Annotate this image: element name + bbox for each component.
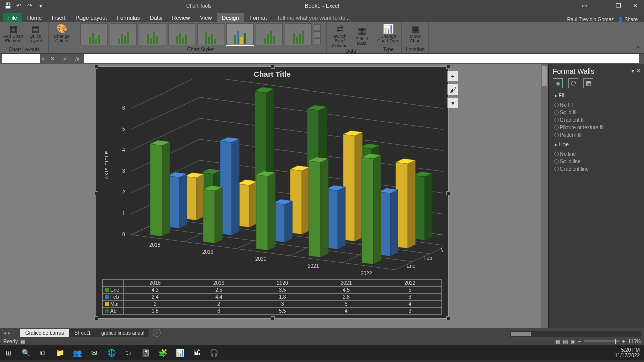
size-properties-icon[interactable]: ▦ — [583, 78, 593, 88]
app-icon[interactable]: 🧩 — [156, 346, 169, 359]
chart-elements-button[interactable]: + — [447, 71, 458, 82]
system-clock[interactable]: 5:20 PM 11/17/2022 — [615, 347, 642, 358]
file-explorer-icon[interactable]: 📁 — [53, 346, 66, 359]
tab-data[interactable]: Data — [145, 13, 167, 22]
redo-icon[interactable]: ↷ — [25, 1, 34, 10]
quick-layout-button[interactable]: ▤Quick Layout — [24, 23, 46, 44]
pattern-fill-option[interactable]: Pattern fill — [553, 131, 640, 139]
tab-format[interactable]: Format — [244, 13, 272, 22]
save-icon[interactable]: 💾 — [3, 1, 12, 10]
chart-style-7[interactable] — [256, 23, 283, 45]
name-box[interactable] — [2, 54, 40, 63]
chart-plot-area[interactable]: 0123456AXIS TITLE20182019202020212022Ene… — [101, 79, 443, 275]
select-data-button[interactable]: ▦Select Data — [351, 23, 373, 48]
ribbon-display-options-icon[interactable]: ▭ — [576, 0, 593, 11]
svg-marker-67 — [232, 139, 239, 235]
powerpoint-icon[interactable]: 📽 — [190, 346, 203, 359]
chart-style-1[interactable] — [80, 23, 108, 45]
chart-style-3[interactable] — [139, 23, 166, 45]
chart-style-5[interactable] — [197, 23, 224, 45]
close-icon[interactable]: ✕ — [627, 0, 644, 11]
chart-filters-button[interactable]: ▾ — [447, 97, 458, 108]
tab-insert[interactable]: Insert — [47, 13, 71, 22]
chart-styles-gallery[interactable] — [77, 23, 324, 45]
tab-home[interactable]: Home — [22, 13, 47, 22]
gradient-line-option[interactable]: Gradient line — [553, 165, 640, 173]
add-chart-element-button[interactable]: ▦Add Chart Element — [2, 23, 24, 44]
tab-design[interactable]: Design — [217, 13, 244, 22]
workbook-title: Book1 - Excel — [305, 3, 339, 9]
maximize-icon[interactable]: ❐ — [610, 0, 627, 11]
page-break-view-icon[interactable]: ▣ — [571, 339, 575, 344]
tab-review[interactable]: Review — [167, 13, 195, 22]
sheet-tab-sheet1[interactable]: Sheet1 — [69, 329, 96, 337]
zoom-level[interactable]: 115% — [628, 339, 641, 344]
solid-fill-option[interactable]: Solid fill — [553, 109, 640, 116]
picture-fill-option[interactable]: Picture or texture fill — [553, 124, 640, 131]
folder-icon[interactable]: 🗂 — [122, 346, 135, 359]
change-colors-button[interactable]: 🎨Change Colors — [51, 23, 73, 44]
line-section[interactable]: ▸ Line — [553, 142, 640, 147]
effects-icon[interactable]: ⬠ — [568, 78, 578, 88]
pane-close-icon[interactable]: ▾ ✕ — [631, 67, 641, 74]
formula-input[interactable] — [84, 54, 639, 63]
svg-text:2018: 2018 — [149, 242, 161, 248]
start-button[interactable]: ⊞ — [2, 346, 15, 359]
chart-object[interactable]: + 🖌 ▾ Chart Title 0123456AXIS TITLE20182… — [96, 66, 449, 319]
styles-scroll-up-icon[interactable] — [314, 24, 321, 30]
styles-scroll-down-icon[interactable] — [314, 31, 321, 37]
zoom-in-icon[interactable]: + — [622, 339, 625, 344]
tab-file[interactable]: File — [3, 13, 22, 22]
tab-view[interactable]: View — [195, 13, 217, 22]
enter-formula-icon[interactable]: ✓ — [63, 56, 67, 62]
no-fill-option[interactable]: No fill — [553, 101, 640, 109]
zoom-out-icon[interactable]: − — [578, 339, 581, 344]
chart-style-4[interactable] — [168, 23, 195, 45]
normal-view-icon[interactable]: ▦ — [555, 339, 560, 344]
collapse-ribbon-icon[interactable]: ⌃ — [636, 45, 641, 52]
vertical-scrollbar[interactable] — [541, 64, 548, 328]
switch-row-column-button[interactable]: ⇄Switch Row/ Column — [329, 23, 351, 48]
outlook-icon[interactable]: ✉ — [88, 346, 101, 359]
move-chart-button[interactable]: ▣Move Chart — [404, 23, 426, 44]
tab-page-layout[interactable]: Page Layout — [71, 13, 112, 22]
minimize-icon[interactable]: — — [593, 0, 610, 11]
excel-icon[interactable]: 📊 — [173, 346, 186, 359]
chart-styles-button[interactable]: 🖌 — [447, 84, 458, 95]
fx-icon[interactable]: fx — [75, 56, 80, 62]
svg-marker-87 — [309, 161, 320, 257]
svg-marker-64 — [179, 174, 187, 228]
horizontal-scrollbar[interactable] — [510, 331, 641, 337]
qat-customize-icon[interactable]: ▾ — [36, 1, 45, 10]
svg-text:5: 5 — [122, 126, 125, 132]
user-name[interactable]: Raul Trevinjo Gomez — [567, 17, 614, 22]
chart-style-2[interactable] — [110, 23, 137, 45]
share-button[interactable]: 👤 Share — [617, 17, 638, 22]
chrome-icon[interactable]: 🌐 — [105, 346, 118, 359]
gradient-fill-option[interactable]: Gradient fill — [553, 116, 640, 124]
worksheet-canvas[interactable]: + 🖌 ▾ Chart Title 0123456AXIS TITLE20182… — [0, 64, 548, 328]
new-sheet-button[interactable]: + — [153, 329, 161, 337]
styles-more-icon[interactable] — [314, 38, 321, 44]
undo-icon[interactable]: ↶ — [14, 1, 23, 10]
fill-line-icon[interactable]: ◆ — [553, 78, 563, 88]
headset-icon[interactable]: 🎧 — [207, 346, 220, 359]
solid-line-option[interactable]: Solid line — [553, 158, 640, 165]
sheet-tab-grafico-barras[interactable]: Grafico de barras — [20, 329, 69, 337]
search-icon[interactable]: 🔍 — [19, 346, 32, 359]
change-chart-type-button[interactable]: 📊Change Chart Type — [377, 23, 399, 44]
tab-formulas[interactable]: Formulas — [112, 13, 145, 22]
sheet-tab-grafico-lineas[interactable]: grafico lineas anual — [96, 329, 149, 337]
teams-icon[interactable]: 👥 — [70, 346, 84, 359]
chart-style-6[interactable] — [226, 23, 254, 45]
page-layout-view-icon[interactable]: ▤ — [563, 339, 568, 344]
no-line-option[interactable]: No line — [553, 150, 640, 158]
cancel-formula-icon[interactable]: ✕ — [50, 56, 55, 62]
task-view-icon[interactable]: ⧉ — [36, 346, 49, 359]
tell-me-search[interactable]: Tell me what you want to do... — [272, 13, 355, 22]
zoom-slider[interactable] — [584, 340, 619, 342]
svg-text:4: 4 — [122, 147, 125, 153]
fill-section[interactable]: ▸ Fill — [553, 93, 640, 98]
chart-style-8[interactable] — [285, 23, 312, 45]
onenote-icon[interactable]: 📓 — [139, 346, 152, 359]
